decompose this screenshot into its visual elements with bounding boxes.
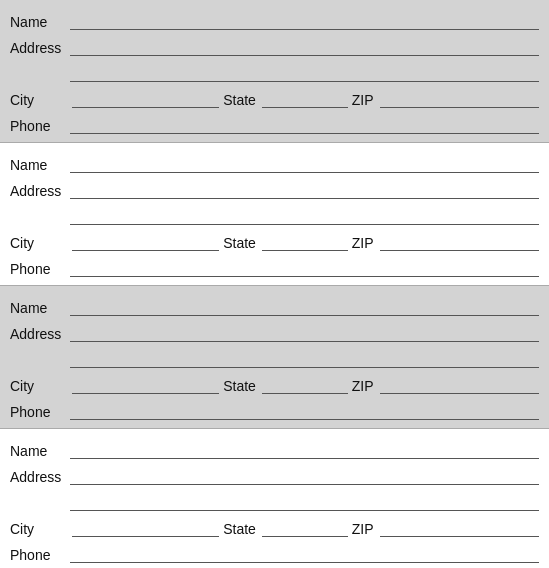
- name-field[interactable]: [70, 14, 539, 30]
- zip-field[interactable]: [380, 235, 539, 251]
- zip-label: ZIP: [352, 92, 374, 108]
- address-field-2[interactable]: [70, 495, 539, 511]
- phone-label: Phone: [10, 404, 68, 420]
- address-row-1: Address: [10, 177, 539, 199]
- phone-field[interactable]: [70, 261, 539, 277]
- zip-field[interactable]: [380, 521, 539, 537]
- name-field[interactable]: [70, 443, 539, 459]
- name-row: Name: [10, 294, 539, 316]
- phone-field[interactable]: [70, 547, 539, 563]
- address-label: Address: [10, 469, 68, 485]
- zip-label: ZIP: [352, 521, 374, 537]
- form-block-3: Name Address Address City State ZIP Ph: [0, 286, 549, 429]
- state-field[interactable]: [262, 378, 348, 394]
- address-field-1[interactable]: [70, 326, 539, 342]
- phone-label: Phone: [10, 118, 68, 134]
- phone-label: Phone: [10, 547, 68, 563]
- form-block-2: Name Address Address City State ZIP Ph: [0, 143, 549, 286]
- name-row: Name: [10, 8, 539, 30]
- city-field[interactable]: [72, 92, 219, 108]
- address-field-1[interactable]: [70, 183, 539, 199]
- state-field[interactable]: [262, 92, 348, 108]
- city-label: City: [10, 92, 68, 108]
- address-row-1: Address: [10, 34, 539, 56]
- phone-row: Phone: [10, 112, 539, 134]
- address-field-2[interactable]: [70, 209, 539, 225]
- city-state-zip-fields: State ZIP: [70, 92, 539, 108]
- address-label: Address: [10, 40, 68, 56]
- phone-row: Phone: [10, 541, 539, 563]
- address-field-1[interactable]: [70, 40, 539, 56]
- address-row-2: Address: [10, 203, 539, 225]
- name-label: Name: [10, 157, 68, 173]
- address-row-2: Address: [10, 346, 539, 368]
- zip-field[interactable]: [380, 92, 539, 108]
- phone-row: Phone: [10, 398, 539, 420]
- city-label: City: [10, 378, 68, 394]
- name-field[interactable]: [70, 157, 539, 173]
- address-field-2[interactable]: [70, 352, 539, 368]
- name-field[interactable]: [70, 300, 539, 316]
- address-field-1[interactable]: [70, 469, 539, 485]
- address-row-2: Address: [10, 60, 539, 82]
- form-block-1: Name Address Address City State ZIP Ph: [0, 0, 549, 143]
- address-row-1: Address: [10, 463, 539, 485]
- state-label: State: [223, 378, 256, 394]
- address-row-1: Address: [10, 320, 539, 342]
- address-field-2[interactable]: [70, 66, 539, 82]
- zip-field[interactable]: [380, 378, 539, 394]
- city-state-zip-row: City State ZIP: [10, 515, 539, 537]
- state-field[interactable]: [262, 235, 348, 251]
- city-state-zip-row: City State ZIP: [10, 372, 539, 394]
- state-label: State: [223, 235, 256, 251]
- city-field[interactable]: [72, 521, 219, 537]
- city-field[interactable]: [72, 378, 219, 394]
- city-state-zip-row: City State ZIP: [10, 229, 539, 251]
- phone-field[interactable]: [70, 404, 539, 420]
- city-field[interactable]: [72, 235, 219, 251]
- address-label: Address: [10, 183, 68, 199]
- phone-label: Phone: [10, 261, 68, 277]
- name-row: Name: [10, 437, 539, 459]
- zip-label: ZIP: [352, 378, 374, 394]
- name-row: Name: [10, 151, 539, 173]
- state-label: State: [223, 521, 256, 537]
- city-state-zip-fields: State ZIP: [70, 521, 539, 537]
- city-label: City: [10, 235, 68, 251]
- name-label: Name: [10, 14, 68, 30]
- phone-field[interactable]: [70, 118, 539, 134]
- city-state-zip-fields: State ZIP: [70, 235, 539, 251]
- state-field[interactable]: [262, 521, 348, 537]
- city-state-zip-row: City State ZIP: [10, 86, 539, 108]
- state-label: State: [223, 92, 256, 108]
- phone-row: Phone: [10, 255, 539, 277]
- city-label: City: [10, 521, 68, 537]
- form-block-4: Name Address Address City State ZIP Ph: [0, 429, 549, 568]
- address-label: Address: [10, 326, 68, 342]
- city-state-zip-fields: State ZIP: [70, 378, 539, 394]
- name-label: Name: [10, 300, 68, 316]
- name-label: Name: [10, 443, 68, 459]
- zip-label: ZIP: [352, 235, 374, 251]
- address-row-2: Address: [10, 489, 539, 511]
